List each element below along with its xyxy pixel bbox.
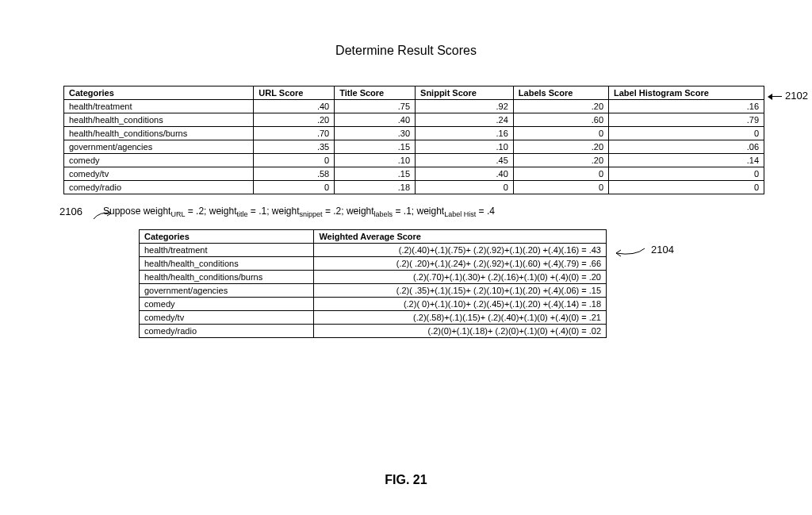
col-labels-score: Labels Score (513, 86, 608, 100)
cell-title-score: .40 (335, 113, 416, 127)
table-row: comedy0.10.45.20.14 (64, 154, 764, 167)
cell-category: health/health_conditions (64, 113, 254, 127)
cell-snippit-score: .16 (416, 127, 514, 140)
callout-2106: 2106 (59, 206, 82, 217)
cell-label-histogram-score: .14 (609, 154, 764, 167)
arrow-icon (92, 208, 116, 221)
figure-label: FIG. 21 (0, 473, 812, 487)
cell-labels-score: .60 (513, 113, 608, 127)
col-categories: Categories (140, 230, 314, 244)
cell-category: health/health_conditions/burns (64, 127, 254, 140)
cell-category: comedy/radio (140, 325, 314, 338)
cell-title-score: .15 (335, 140, 416, 154)
table-row: government/agencies.35.15.10.20.06 (64, 140, 764, 154)
col-title-score: Title Score (335, 86, 416, 100)
cell-snippit-score: .24 (416, 113, 514, 127)
score-table-area: Categories URL Score Title Score Snippit… (63, 86, 764, 194)
cell-labels-score: .20 (513, 100, 608, 113)
cell-url-score: .58 (254, 167, 335, 181)
cell-url-score: .40 (254, 100, 335, 113)
col-categories: Categories (64, 86, 254, 100)
weight-text: Suppose weightURL = .2; weighttitle = .1… (103, 206, 495, 217)
cell-labels-score: 0 (513, 167, 608, 181)
cell-snippit-score: 0 (416, 181, 514, 194)
weighted-table: Categories Weighted Average Score health… (139, 229, 607, 338)
cell-weighted-expression: (.2)(.70)+(.1)(.30)+ (.2)(.16)+(.1)(0) +… (314, 271, 607, 284)
cell-category: comedy (140, 298, 314, 311)
col-url-score: URL Score (254, 86, 335, 100)
cell-label-histogram-score: .79 (609, 113, 764, 127)
cell-snippit-score: .92 (416, 100, 514, 113)
page-title: Determine Result Scores (0, 44, 812, 58)
table-row: health/treatment.40.75.92.20.16 (64, 100, 764, 113)
cell-label-histogram-score: 0 (609, 167, 764, 181)
cell-title-score: .18 (335, 181, 416, 194)
table-row: comedy/radio(.2)(0)+(.1)(.18)+ (.2)(0)+(… (140, 325, 607, 338)
cell-url-score: .35 (254, 140, 335, 154)
table-row: health/health_conditions/burns(.2)(.70)+… (140, 271, 607, 284)
table-row: comedy/radio0.18000 (64, 181, 764, 194)
col-weighted-average-score: Weighted Average Score (314, 230, 607, 244)
cell-category: comedy/tv (140, 311, 314, 325)
cell-category: government/agencies (64, 140, 254, 154)
col-label-histogram-score: Label Histogram Score (609, 86, 764, 100)
cell-category: government/agencies (140, 284, 314, 298)
cell-snippit-score: .40 (416, 167, 514, 181)
table-row: health/health_conditions(.2)( .20)+(.1)(… (140, 257, 607, 271)
table-row: comedy/tv.58.15.4000 (64, 167, 764, 181)
cell-snippit-score: .45 (416, 154, 514, 167)
cell-category: health/health_conditions (140, 257, 314, 271)
cell-labels-score: .20 (513, 154, 608, 167)
cell-title-score: .30 (335, 127, 416, 140)
cell-url-score: .20 (254, 113, 335, 127)
arrow-icon (611, 247, 646, 259)
table-row: comedy/tv(.2)(.58)+(.1)(.15)+ (.2)(.40)+… (140, 311, 607, 325)
cell-category: comedy/tv (64, 167, 254, 181)
score-table: Categories URL Score Title Score Snippit… (63, 86, 764, 194)
cell-weighted-expression: (.2)( .20)+(.1)(.24)+ (.2)(.92)+(.1)(.60… (314, 257, 607, 271)
cell-category: comedy/radio (64, 181, 254, 194)
cell-title-score: .10 (335, 154, 416, 167)
cell-weighted-expression: (.2)( .35)+(.1)(.15)+ (.2)(.10)+(.1)(.20… (314, 284, 607, 298)
cell-label-histogram-score: 0 (609, 127, 764, 140)
table-row: comedy(.2)( 0)+(.1)(.10)+ (.2)(.45)+(.1)… (140, 298, 607, 311)
callout-2104: 2104 (651, 244, 674, 256)
cell-title-score: .15 (335, 167, 416, 181)
cell-label-histogram-score: .16 (609, 100, 764, 113)
cell-labels-score: 0 (513, 181, 608, 194)
table-row: health/health_conditions.20.40.24.60.79 (64, 113, 764, 127)
cell-weighted-expression: (.2)( 0)+(.1)(.10)+ (.2)(.45)+(.1)(.20) … (314, 298, 607, 311)
cell-weighted-expression: (.2)(.58)+(.1)(.15)+ (.2)(.40)+(.1)(0) +… (314, 311, 607, 325)
cell-weighted-expression: (.2)(.40)+(.1)(.75)+ (.2)(.92)+(.1)(.20)… (314, 244, 607, 257)
cell-weighted-expression: (.2)(0)+(.1)(.18)+ (.2)(0)+(.1)(0) +(.4)… (314, 325, 607, 338)
table-row: health/health_conditions/burns.70.30.160… (64, 127, 764, 140)
weight-assumption-line: 2106 Suppose weightURL = .2; weighttitle… (103, 206, 812, 218)
cell-title-score: .75 (335, 100, 416, 113)
table-row: government/agencies(.2)( .35)+(.1)(.15)+… (140, 284, 607, 298)
cell-category: health/health_conditions/burns (140, 271, 314, 284)
cell-labels-score: .20 (513, 140, 608, 154)
cell-labels-score: 0 (513, 127, 608, 140)
cell-category: comedy (64, 154, 254, 167)
cell-snippit-score: .10 (416, 140, 514, 154)
cell-category: health/treatment (140, 244, 314, 257)
table-row: health/treatment(.2)(.40)+(.1)(.75)+ (.2… (140, 244, 607, 257)
cell-category: health/treatment (64, 100, 254, 113)
weighted-table-area: Categories Weighted Average Score health… (139, 229, 607, 338)
cell-label-histogram-score: .06 (609, 140, 764, 154)
cell-label-histogram-score: 0 (609, 181, 764, 194)
table-header-row: Categories Weighted Average Score (140, 230, 607, 244)
cell-url-score: 0 (254, 181, 335, 194)
col-snippit-score: Snippit Score (416, 86, 514, 100)
callout-2102: 2102 (785, 90, 808, 102)
cell-url-score: 0 (254, 154, 335, 167)
cell-url-score: .70 (254, 127, 335, 140)
table-header-row: Categories URL Score Title Score Snippit… (64, 86, 764, 100)
